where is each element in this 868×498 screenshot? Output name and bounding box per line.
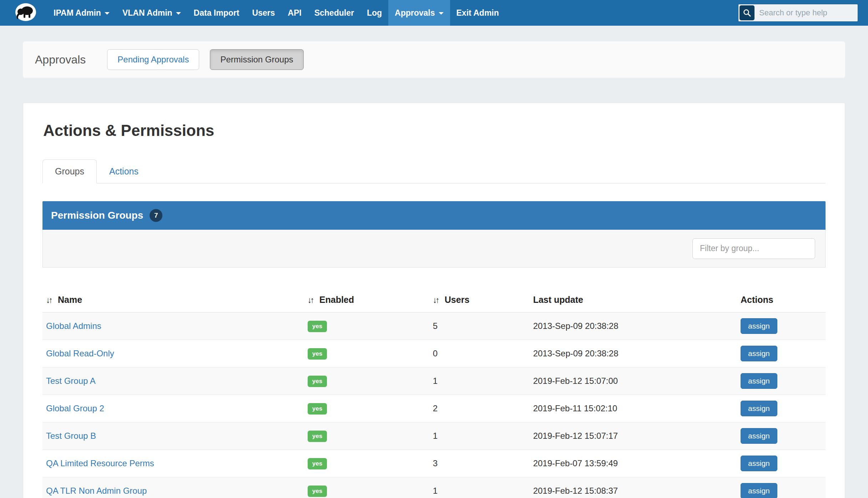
nav-item-ipam-admin[interactable]: IPAM Admin [47, 0, 116, 26]
button-label: Permission Groups [220, 55, 293, 64]
assign-button[interactable]: assign [741, 373, 777, 389]
assign-button[interactable]: assign [741, 346, 777, 361]
groups-table-wrap: ↓↑Name ↓↑Enabled ↓↑Users Last update Act… [42, 289, 826, 498]
search-input[interactable] [738, 4, 858, 22]
nav-item-scheduler[interactable]: Scheduler [308, 0, 360, 26]
search-icon[interactable] [740, 5, 755, 20]
enabled-badge: yes [308, 486, 327, 497]
nav-item-label: Exit Admin [456, 8, 499, 18]
table-header-row: ↓↑Name ↓↑Enabled ↓↑Users Last update Act… [42, 289, 826, 312]
nav-item-vlan-admin[interactable]: VLAN Admin [116, 0, 187, 26]
group-name-link[interactable]: QA TLR Non Admin Group [46, 486, 147, 496]
table-row-global-group-2: Global Group 2 yes 2 2019-Feb-11 15:02:1… [42, 395, 826, 422]
permission-groups-panel: Permission Groups 7 ↓↑Name ↓↑Enabled ↓↑U… [42, 201, 826, 498]
table-row-test-group-a: Test Group A yes 1 2019-Feb-12 15:07:00 … [42, 367, 826, 395]
users-count: 1 [429, 367, 530, 395]
users-count: 2 [429, 395, 530, 422]
tab-label: Groups [55, 166, 84, 176]
nav-item-label: VLAN Admin [122, 8, 172, 18]
filter-input[interactable] [692, 238, 815, 259]
top-navbar: IPAM Admin VLAN Admin Data Import Users … [0, 0, 868, 26]
nav-item-approvals[interactable]: Approvals [388, 0, 450, 26]
sort-icon[interactable]: ↓↑ [433, 295, 440, 305]
enabled-badge: yes [308, 403, 327, 415]
panel-header: Permission Groups 7 [42, 201, 826, 230]
enabled-badge: yes [308, 458, 327, 469]
nav-item-exit-admin[interactable]: Exit Admin [450, 0, 505, 26]
nav-item-label: Log [367, 8, 382, 18]
group-count-badge: 7 [150, 209, 162, 222]
assign-button[interactable]: assign [741, 428, 777, 444]
group-name-link[interactable]: Test Group B [46, 431, 96, 441]
panel-title: Permission Groups [51, 210, 143, 221]
group-name-link[interactable]: Global Read-Only [46, 349, 114, 358]
strip-title: Approvals [35, 53, 86, 66]
sort-icon[interactable]: ↓↑ [308, 295, 314, 305]
column-header-label: Name [58, 295, 82, 305]
tab-groups[interactable]: Groups [42, 159, 97, 183]
page-title: Actions & Permissions [43, 122, 826, 139]
column-header-name: ↓↑Name [42, 289, 304, 312]
table-row-global-admins: Global Admins yes 5 2013-Sep-09 20:38:28… [42, 312, 826, 340]
enabled-badge: yes [308, 376, 327, 387]
nav-item-api[interactable]: API [281, 0, 308, 26]
panel-toolbar [42, 230, 826, 268]
column-header-users: ↓↑Users [429, 289, 530, 312]
table-row-qa-limited-resource-perms: QA Limited Resource Perms yes 3 2019-Feb… [42, 450, 826, 477]
users-count: 3 [429, 450, 530, 477]
nav-item-users[interactable]: Users [246, 0, 281, 26]
button-label: Pending Approvals [117, 55, 189, 64]
group-name-link[interactable]: Global Admins [46, 321, 101, 331]
sort-icon[interactable]: ↓↑ [46, 295, 53, 305]
group-name-link[interactable]: QA Limited Resource Perms [46, 458, 154, 468]
users-count: 1 [429, 477, 530, 498]
enabled-badge: yes [308, 431, 327, 442]
approvals-strip: Approvals Pending Approvals Permission G… [23, 41, 845, 78]
chevron-down-icon [439, 12, 444, 15]
last-update: 2019-Feb-07 13:59:49 [530, 450, 737, 477]
column-header-actions: Actions [737, 289, 826, 312]
assign-button[interactable]: assign [741, 483, 777, 498]
table-row-qa-tlr-non-admin-group: QA TLR Non Admin Group yes 1 2019-Feb-12… [42, 477, 826, 498]
assign-button[interactable]: assign [741, 456, 777, 471]
column-header-label: Enabled [319, 295, 354, 305]
nav-item-label: API [288, 8, 301, 18]
nav-item-label: IPAM Admin [54, 8, 101, 18]
column-header-label: Actions [741, 295, 773, 305]
column-header-last-update: Last update [530, 289, 737, 312]
enabled-badge: yes [308, 348, 327, 360]
users-count: 5 [429, 312, 530, 340]
nav-item-label: Data Import [194, 8, 239, 18]
strip-buttons: Pending Approvals Permission Groups [107, 49, 314, 70]
column-header-enabled: ↓↑Enabled [304, 289, 429, 312]
group-name-link[interactable]: Global Group 2 [46, 403, 104, 413]
last-update: 2013-Sep-09 20:38:28 [530, 340, 737, 367]
enabled-badge: yes [308, 321, 327, 332]
nav-item-label: Approvals [395, 8, 435, 18]
assign-button[interactable]: assign [741, 401, 777, 416]
tab-actions[interactable]: Actions [97, 159, 151, 183]
assign-button[interactable]: assign [741, 318, 777, 334]
users-count: 1 [429, 422, 530, 450]
permission-groups-button[interactable]: Permission Groups [210, 49, 303, 70]
nav-item-label: Users [252, 8, 275, 18]
navbar-menu: IPAM Admin VLAN Admin Data Import Users … [47, 0, 505, 26]
last-update: 2019-Feb-12 15:07:17 [530, 422, 737, 450]
chevron-down-icon [176, 12, 181, 15]
nav-item-log[interactable]: Log [360, 0, 388, 26]
nav-item-label: Scheduler [314, 8, 354, 18]
nav-item-data-import[interactable]: Data Import [187, 0, 246, 26]
column-header-label: Users [445, 295, 470, 305]
last-update: 2019-Feb-12 15:08:37 [530, 477, 737, 498]
groups-table: ↓↑Name ↓↑Enabled ↓↑Users Last update Act… [42, 289, 826, 498]
navbar-search [738, 4, 858, 22]
table-row-test-group-b: Test Group B yes 1 2019-Feb-12 15:07:17 … [42, 422, 826, 450]
app-logo[interactable] [14, 2, 37, 23]
tabs-bar: Groups Actions [42, 159, 826, 183]
users-count: 0 [429, 340, 530, 367]
group-name-link[interactable]: Test Group A [46, 376, 96, 386]
tab-label: Actions [109, 166, 138, 176]
pending-approvals-button[interactable]: Pending Approvals [107, 49, 199, 70]
column-header-label: Last update [533, 295, 583, 305]
last-update: 2013-Sep-09 20:38:28 [530, 312, 737, 340]
